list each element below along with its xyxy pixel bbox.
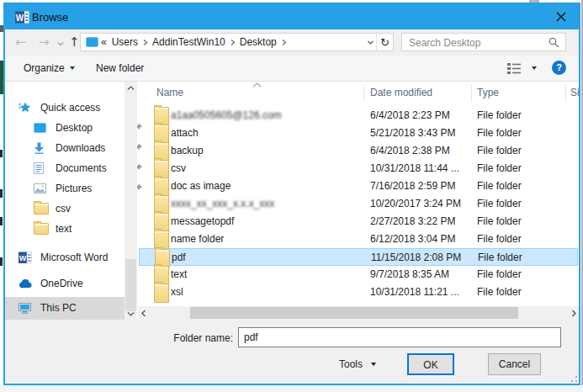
back-icon[interactable]: ← — [15, 29, 26, 56]
sidebar-item-label: This PC — [40, 302, 77, 314]
column-header-type[interactable]: Type — [477, 82, 557, 104]
breadcrumb-desktop[interactable]: Desktop — [237, 36, 279, 48]
folder-icon — [34, 223, 49, 235]
tools-button[interactable]: Tools — [339, 353, 376, 375]
breadcrumb-chevron-icon — [142, 39, 148, 46]
cancel-button[interactable]: Cancel — [488, 353, 541, 375]
file-type: File folder — [477, 213, 561, 230]
file-row[interactable]: pdf11/15/2018 2:08 PMFile folder — [139, 248, 578, 266]
file-type: File folder — [477, 177, 561, 195]
search-box — [401, 33, 566, 51]
file-type: File folder — [477, 107, 561, 124]
file-type: File folder — [477, 230, 561, 248]
resize-grip[interactable] — [567, 372, 579, 384]
file-type: File folder — [478, 249, 562, 267]
file-row[interactable]: messagetopdf2/27/2018 3:22 PMFile folder — [139, 213, 578, 230]
close-icon[interactable] — [555, 11, 567, 23]
file-row[interactable]: xsl10/31/2018 11:21 ...File folder — [139, 283, 578, 301]
file-name: messagetopdf — [171, 213, 360, 230]
file-row[interactable]: csv10/31/2018 11:44 ...File folder — [139, 160, 578, 177]
up-icon[interactable]: ↑ — [69, 29, 80, 56]
file-name: xxxx_xx_xxx_x.x.x_xxx — [171, 195, 360, 213]
address-dropdown-chevron-icon[interactable] — [367, 39, 374, 46]
recent-locations-chevron-icon[interactable] — [57, 40, 64, 47]
column-header-date-modified[interactable]: Date modified — [370, 82, 463, 104]
folder-icon — [154, 283, 169, 303]
address-bar[interactable]: « Users AddinTestWin10 Desktop ↻ — [80, 33, 394, 51]
file-row[interactable]: attach5/21/2018 3:43 PMFile folder — [139, 124, 578, 142]
breadcrumb-overflow[interactable]: « — [98, 36, 109, 48]
refresh-icon[interactable]: ↻ — [377, 36, 393, 49]
window-title: Browse — [32, 11, 68, 24]
scroll-right-icon[interactable] — [570, 310, 577, 317]
list-horizontal-scrollbar-thumb[interactable] — [190, 307, 518, 319]
sidebar-item-label: Downloads — [56, 142, 105, 154]
file-name: name folder — [171, 230, 360, 248]
sidebar-item-microsoft-word[interactable]: WMicrosoft Word — [5, 248, 138, 267]
file-name: doc as image — [171, 177, 360, 195]
forward-icon[interactable]: → — [39, 29, 50, 56]
breadcrumb-chevron-icon — [230, 39, 236, 46]
file-row[interactable]: name folder6/12/2018 3:04 PMFile folder — [139, 230, 578, 248]
column-header-size[interactable]: Size — [570, 82, 579, 104]
file-date-modified: 2/27/2018 3:22 PM — [370, 213, 475, 230]
file-name: text — [171, 266, 360, 283]
sidebar-item-this-pc[interactable]: This PC — [5, 299, 138, 317]
new-folder-label: New folder — [96, 62, 144, 74]
sidebar-item-label: Desktop — [56, 122, 93, 134]
file-name: pdf — [172, 249, 361, 267]
ok-button[interactable]: OK — [407, 353, 454, 375]
navigation-bar: ← → ↑ « Users AddinTestWin10 Desktop ↻ — [5, 29, 579, 56]
tools-label: Tools — [339, 358, 363, 370]
file-row[interactable]: text9/7/2018 8:35 AMFile folder — [139, 266, 578, 283]
search-input[interactable] — [407, 34, 545, 51]
folder-name-input[interactable] — [238, 327, 561, 347]
organize-label: Organize — [24, 62, 65, 74]
svg-text:W: W — [16, 13, 24, 23]
file-type: File folder — [477, 283, 561, 301]
sidebar-scrollbar-thumb[interactable] — [125, 259, 136, 311]
file-row[interactable]: a1aa0505605@126.com6/4/2018 2:23 PMFile … — [139, 107, 578, 124]
sidebar-scroll-down-icon[interactable] — [127, 310, 135, 317]
new-folder-button[interactable]: New folder — [96, 56, 144, 81]
column-header-name[interactable]: Name — [156, 82, 325, 104]
sidebar-item-quick-access[interactable]: Quick access — [5, 98, 138, 117]
pictures-icon — [34, 183, 49, 193]
help-icon[interactable]: ? — [552, 61, 566, 75]
file-row[interactable]: doc as image7/16/2018 2:59 PMFile folder — [139, 177, 578, 195]
file-date-modified: 10/31/2018 11:21 ... — [370, 283, 475, 301]
background-artifact — [0, 217, 3, 225]
file-name: backup — [171, 142, 360, 160]
search-icon[interactable] — [549, 37, 559, 48]
file-date-modified: 5/21/2018 3:43 PM — [370, 124, 475, 142]
file-type: File folder — [477, 142, 561, 160]
thispc-icon — [19, 303, 34, 314]
file-type: File folder — [477, 124, 561, 142]
column-divider — [565, 84, 566, 102]
background-artifact — [0, 25, 3, 32]
file-type: File folder — [477, 195, 561, 213]
file-date-modified: 6/4/2018 2:23 PM — [370, 107, 475, 124]
file-date-modified: 9/7/2018 8:35 AM — [370, 266, 475, 283]
background-artifact — [0, 61, 3, 94]
folder-icon — [34, 203, 49, 215]
onedrive-icon — [19, 279, 34, 289]
file-date-modified: 10/31/2018 11:44 ... — [370, 160, 475, 177]
sidebar-scroll-up-icon[interactable] — [127, 85, 135, 92]
file-row[interactable]: backup6/4/2018 2:38 PMFile folder — [139, 142, 578, 160]
organize-button[interactable]: Organize — [24, 56, 75, 81]
file-row[interactable]: xxxx_xx_xxx_x.x.x_xxx10/20/2017 3:24 PMF… — [139, 195, 578, 213]
folder-name-label: Folder name: — [151, 332, 233, 344]
scroll-left-icon[interactable] — [140, 310, 147, 317]
view-mode-caret-icon[interactable] — [532, 66, 537, 70]
file-name: csv — [171, 160, 360, 177]
file-date-modified: 7/16/2018 2:59 PM — [370, 177, 475, 195]
title-bar[interactable]: W Browse — [5, 4, 579, 29]
breadcrumb-users[interactable]: Users — [109, 36, 140, 48]
svg-text:W: W — [19, 254, 27, 262]
organize-caret-icon — [70, 66, 75, 70]
desktop-location-icon — [86, 37, 98, 47]
view-mode-icon[interactable] — [507, 63, 522, 74]
breadcrumb-addintestwin10[interactable]: AddinTestWin10 — [150, 36, 228, 48]
sidebar-item-onedrive[interactable]: OneDrive — [5, 274, 138, 293]
